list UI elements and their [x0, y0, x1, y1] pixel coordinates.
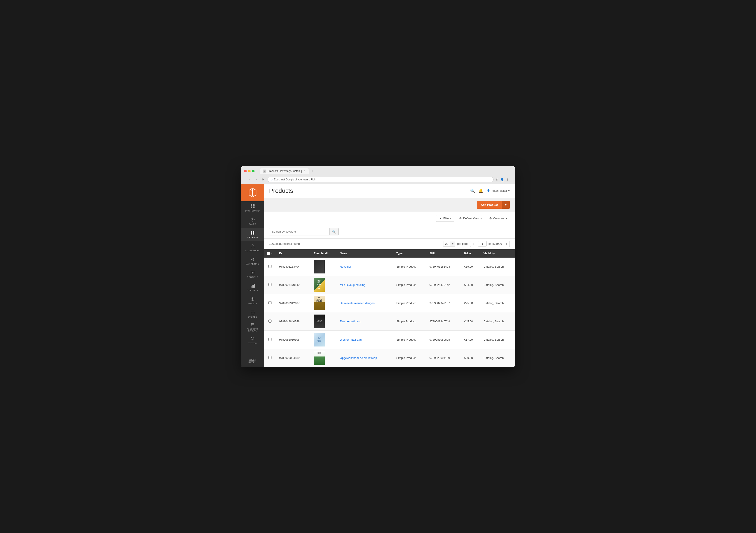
prev-page-button[interactable]: ‹: [470, 241, 476, 247]
svg-rect-21: [251, 323, 254, 326]
row-checkbox-cell: [264, 331, 276, 349]
search-input[interactable]: [269, 228, 329, 235]
row-name[interactable]: De meeste mensen deugen: [337, 294, 393, 312]
profile-icon[interactable]: 👤: [500, 178, 504, 181]
row-checkbox[interactable]: [268, 301, 272, 304]
default-view-button[interactable]: 👁 Default View ▾: [456, 215, 484, 222]
row-name[interactable]: Mijn lieve gunsteling: [337, 276, 393, 294]
new-tab-button[interactable]: +: [310, 168, 315, 174]
tab-title: Products / Inventory / Catalog: [268, 170, 302, 173]
sidebar-item-marketing[interactable]: MARKETING: [241, 254, 264, 268]
row-sku: 9789025470142: [426, 276, 461, 294]
sidebar-item-amasty[interactable]: AMASTY: [241, 294, 264, 307]
row-id: 9789048840748: [276, 312, 311, 331]
table-row[interactable]: 9789082942187 DEMEESTEMENSENDEUGEN De me…: [264, 294, 515, 312]
filter-bar: ▼ Filters 👁 Default View ▾ ⚙ Columns ▾: [264, 212, 515, 225]
add-product-dropdown-button[interactable]: ▼: [502, 201, 510, 209]
gear-icon: ⚙: [489, 217, 492, 220]
row-name[interactable]: Wen er maar aan: [337, 331, 393, 349]
table-header-checkbox: ▼: [264, 249, 276, 257]
row-checkbox[interactable]: [268, 265, 272, 268]
row-checkbox[interactable]: [268, 338, 272, 341]
extensions-icon[interactable]: ⚙: [496, 178, 499, 181]
row-checkbox[interactable]: [268, 283, 272, 286]
browser-tab-active[interactable]: M Products / Inventory / Catalog ✕: [260, 168, 309, 174]
row-checkbox[interactable]: [268, 320, 272, 323]
products-table: ▼ ID Thumbnail Name Type SKU Price Visib…: [264, 249, 515, 367]
sidebar-item-customers[interactable]: CUSTOMERS: [241, 241, 264, 254]
reports-icon: [250, 283, 255, 288]
table-header-visibility: Visibility: [480, 249, 515, 257]
search-button[interactable]: 🔍: [329, 228, 338, 235]
row-thumbnail: DEMEESTEMENSENDEUGEN: [311, 294, 337, 312]
view-label: Default View: [463, 217, 479, 220]
browser-titlebar: M Products / Inventory / Catalog ✕ +: [244, 168, 512, 174]
close-dot[interactable]: [244, 170, 247, 173]
row-price: €17.99: [461, 331, 480, 349]
refresh-button[interactable]: ↻: [260, 177, 265, 182]
columns-button[interactable]: ⚙ Columns ▾: [487, 215, 510, 222]
svg-rect-8: [253, 233, 254, 234]
per-page-select[interactable]: 20 ▼: [443, 241, 455, 247]
user-name: reach-digital: [492, 189, 507, 192]
tab-close-button[interactable]: ✕: [304, 170, 306, 173]
select-all-checkbox[interactable]: [267, 252, 270, 255]
per-page-value: 20: [444, 241, 450, 247]
sidebar-item-punchout[interactable]: PUNCHOUT GATEWAY: [241, 321, 264, 334]
table-row[interactable]: 9789083059808 WENERMAARAAN Wen er maar a…: [264, 331, 515, 349]
sidebar-item-sales[interactable]: SALES: [241, 215, 264, 228]
maximize-dot[interactable]: [252, 170, 255, 173]
header-right: 🔍 🔔 👤 reach-digital ▾: [470, 188, 510, 193]
sidebar-logo[interactable]: [241, 184, 264, 201]
row-sku: 9789029094139: [426, 349, 461, 367]
table-row[interactable]: 9789025470142 MIJNLIEVEGUN-STE-LING Mijn…: [264, 276, 515, 294]
total-pages: 531926: [493, 242, 502, 245]
sidebar-item-stores[interactable]: STORES: [241, 307, 264, 321]
svg-rect-15: [252, 285, 253, 288]
svg-point-9: [252, 245, 253, 246]
row-name[interactable]: Opgewekt naar de eindstreep: [337, 349, 393, 367]
minimize-dot[interactable]: [248, 170, 251, 173]
table-row[interactable]: 9789048840748 BARACKOBAMA Een beloofd la…: [264, 312, 515, 331]
table-row[interactable]: 9789403183404 Revolusi Simple Product 97…: [264, 257, 515, 276]
svg-rect-6: [253, 231, 254, 232]
customers-icon: [250, 244, 255, 249]
add-product-button[interactable]: Add Product: [477, 201, 502, 209]
browser-dots: [244, 170, 255, 173]
user-menu[interactable]: 👤 reach-digital ▾: [487, 189, 510, 192]
sidebar-item-system[interactable]: SYSTEM: [241, 334, 264, 347]
user-dropdown-arrow: ▾: [508, 189, 510, 192]
toolbar-area: Add Product ▼: [264, 198, 515, 212]
per-page-label: per page: [457, 242, 468, 245]
sidebar-item-content[interactable]: CONTENT: [241, 268, 264, 281]
row-checkbox-cell: [264, 276, 276, 294]
page-number-input[interactable]: [478, 241, 487, 247]
row-price: €39.99: [461, 257, 480, 276]
sidebar-item-dashboard[interactable]: DASHBOARD: [241, 201, 264, 215]
row-checkbox[interactable]: [268, 356, 272, 359]
menu-icon[interactable]: ⋮: [506, 178, 509, 181]
svg-rect-5: [251, 231, 252, 232]
sidebar-item-label: CONTENT: [247, 276, 258, 278]
row-checkbox-cell: [264, 349, 276, 367]
filters-button[interactable]: ▼ Filters: [436, 215, 454, 222]
sidebar-item-catalog[interactable]: CATALOG: [241, 228, 264, 241]
sidebar-item-label: PUNCHOUT GATEWAY: [242, 328, 263, 332]
row-name[interactable]: Een beloofd land: [337, 312, 393, 331]
forward-button[interactable]: ›: [254, 177, 259, 182]
table-body: 9789403183404 Revolusi Simple Product 97…: [264, 257, 515, 367]
address-bar[interactable]: G Zoek met Google of voer een URL in: [268, 177, 494, 182]
bell-icon[interactable]: 🔔: [478, 188, 483, 193]
row-type: Simple Product: [393, 331, 426, 349]
row-id: 9789403183404: [276, 257, 311, 276]
checkbox-dropdown-arrow[interactable]: ▼: [271, 252, 273, 254]
row-price: €25.00: [461, 294, 480, 312]
table-row[interactable]: 9789029094139 HENKDREX Opgewekt naar de …: [264, 349, 515, 367]
sidebar-item-reports[interactable]: REPORTS: [241, 281, 264, 294]
row-type: Simple Product: [393, 349, 426, 367]
back-button[interactable]: ‹: [247, 177, 252, 182]
row-name[interactable]: Revolusi: [337, 257, 393, 276]
view-arrow: ▾: [480, 217, 482, 220]
search-header-icon[interactable]: 🔍: [470, 188, 475, 193]
next-page-button[interactable]: ›: [504, 241, 510, 247]
